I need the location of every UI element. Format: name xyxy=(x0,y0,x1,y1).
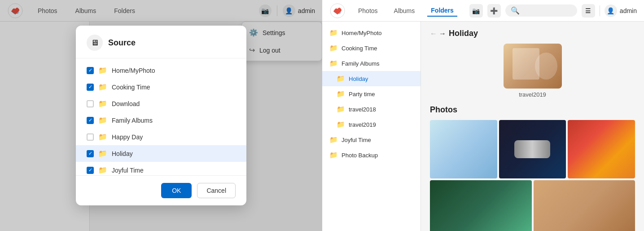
dialog-item-label: Joyful Time xyxy=(112,167,144,174)
cancel-button[interactable]: Cancel xyxy=(197,183,236,198)
folder-thumbnail xyxy=(504,44,562,89)
folder-label: Party time xyxy=(349,91,375,98)
search-input[interactable] xyxy=(522,7,572,14)
photo-cell-1[interactable] xyxy=(430,120,497,178)
dialog-list-item[interactable]: 📁Family Albums xyxy=(76,112,246,129)
dialog-checkbox[interactable] xyxy=(87,167,94,174)
admin-label-right: admin xyxy=(620,7,637,14)
folder-icon: 📁 xyxy=(329,59,338,67)
folder-label: Joyful Time xyxy=(342,137,371,143)
sidebar-folder-item[interactable]: 📁Family Albums xyxy=(322,56,421,71)
right-topbar-right: 📷 ➕ 🔍 ☰ 👤 admin xyxy=(469,4,637,18)
dialog-item-label: Family Albums xyxy=(112,117,153,124)
dialog-overlay: 🖥 Source 📁Home/MyPhoto📁Cooking Time📁Down… xyxy=(0,0,322,231)
folder-icon: 📁 xyxy=(329,151,338,159)
dialog-checkbox[interactable] xyxy=(87,133,94,141)
main-content: ← → Holiday travel2019 Photos xyxy=(421,22,644,231)
dialog-item-label: Home/MyPhoto xyxy=(112,67,155,74)
folder-icon: 📁 xyxy=(98,99,107,108)
folder-icon: 📁 xyxy=(98,166,107,174)
folder-icon: 📁 xyxy=(329,44,338,52)
dialog-checkbox[interactable] xyxy=(87,67,94,74)
admin-button-right[interactable]: 👤 admin xyxy=(605,4,637,17)
dialog-list-item[interactable]: 📁Holiday xyxy=(76,145,246,162)
search-icon: 🔍 xyxy=(511,6,520,15)
folder-icon: 📁 xyxy=(337,75,345,83)
divider-right xyxy=(600,5,600,16)
folder-icon: 📁 xyxy=(98,66,107,75)
right-content: 📁Home/MyPhoto📁Cooking Time📁Family Albums… xyxy=(322,22,644,231)
folder-icon: 📁 xyxy=(329,136,338,144)
sidebar-folder-item[interactable]: 📁Party time xyxy=(322,86,421,102)
folder-icon: 📁 xyxy=(98,116,107,124)
dialog-item-label: Holiday xyxy=(112,150,133,157)
right-topbar: Photos Albums Folders 📷 ➕ 🔍 ☰ 👤 admin xyxy=(322,0,644,22)
dialog-list-item[interactable]: 📁Cooking Time xyxy=(76,79,246,95)
photo-cell-2[interactable] xyxy=(499,120,566,178)
dialog-title: Source xyxy=(108,38,136,48)
dialog-list-item[interactable]: 📁Joyful Time xyxy=(76,162,246,175)
dialog-list-item[interactable]: 📁Home/MyPhoto xyxy=(76,62,246,79)
dialog-footer: OK Cancel xyxy=(76,175,246,205)
folder-icon: 📁 xyxy=(337,90,345,98)
app-logo-right xyxy=(329,3,346,19)
search-box[interactable]: 🔍 xyxy=(505,4,577,17)
dialog-header-icon: 🖥 xyxy=(87,35,103,51)
folder-label: Holiday xyxy=(349,76,368,82)
photo-cell-4[interactable] xyxy=(430,180,532,231)
nav-folders-right[interactable]: Folders xyxy=(427,5,457,17)
sidebar-folder-item[interactable]: 📁travel2019 xyxy=(322,117,421,132)
dialog-checkbox[interactable] xyxy=(87,84,94,91)
folder-icon: 📁 xyxy=(337,105,345,113)
menu-icon[interactable]: ☰ xyxy=(582,4,595,18)
dialog-item-label: Happy Day xyxy=(112,133,143,141)
source-dialog: 🖥 Source 📁Home/MyPhoto📁Cooking Time📁Down… xyxy=(76,26,246,205)
page-title: Holiday xyxy=(449,29,478,38)
sidebar-folder-item[interactable]: 📁Home/MyPhoto xyxy=(322,25,421,40)
breadcrumb-nav: ← → xyxy=(430,30,446,38)
nav-photos-right[interactable]: Photos xyxy=(355,5,381,16)
photos-title: Photos xyxy=(430,105,635,115)
sidebar-folder-item[interactable]: 📁Joyful Time xyxy=(322,132,421,147)
sidebar-folder-item[interactable]: 📁Photo Backup xyxy=(322,147,421,163)
dialog-list-item[interactable]: 📁Happy Day xyxy=(76,129,246,145)
dialog-checkbox[interactable] xyxy=(87,117,94,124)
folder-label: Family Albums xyxy=(342,60,380,67)
folder-label: travel2018 xyxy=(349,106,376,113)
photo-row2 xyxy=(430,180,635,231)
folder-label: Home/MyPhoto xyxy=(342,30,382,36)
dialog-item-label: Cooking Time xyxy=(112,84,150,91)
folder-icon: 📁 xyxy=(329,29,338,37)
dialog-checkbox[interactable] xyxy=(87,100,94,107)
sidebar-folder-item[interactable]: 📁travel2018 xyxy=(322,102,421,117)
right-panel: Photos Albums Folders 📷 ➕ 🔍 ☰ 👤 admin 📁H… xyxy=(322,0,644,231)
ok-button[interactable]: OK xyxy=(161,183,192,198)
forward-arrow[interactable]: → xyxy=(439,30,446,38)
camera-icon-right[interactable]: 📷 xyxy=(469,4,483,18)
user-avatar-right: 👤 xyxy=(605,4,617,17)
sidebar-folder-item[interactable]: 📁Cooking Time xyxy=(322,40,421,56)
dialog-item-label: Download xyxy=(112,100,140,107)
folder-label: travel2019 xyxy=(519,91,546,98)
folder-icon: 📁 xyxy=(98,83,107,91)
sidebar-folder-item[interactable]: 📁Holiday xyxy=(322,71,421,86)
photo-cell-3[interactable] xyxy=(568,120,635,178)
back-arrow[interactable]: ← xyxy=(430,30,437,38)
folder-label: Photo Backup xyxy=(342,152,378,159)
dialog-list-item[interactable]: 📁Download xyxy=(76,95,246,112)
folder-icon: 📁 xyxy=(98,149,107,158)
photos-grid xyxy=(430,120,635,178)
photos-section: Photos xyxy=(430,105,635,231)
dialog-checkbox[interactable] xyxy=(87,150,94,157)
folder-label: Cooking Time xyxy=(342,45,377,52)
nav-albums-right[interactable]: Albums xyxy=(390,5,419,16)
left-panel: Photos Albums Folders 📷 👤 admin ⚙️ Setti… xyxy=(0,0,322,231)
folder-preview: travel2019 xyxy=(430,44,635,98)
dialog-header: 🖥 Source xyxy=(76,26,246,58)
upload-icon[interactable]: ➕ xyxy=(487,4,501,18)
folder-sidebar: 📁Home/MyPhoto📁Cooking Time📁Family Albums… xyxy=(322,22,421,231)
folder-label: travel2019 xyxy=(349,121,376,128)
folder-icon: 📁 xyxy=(98,133,107,141)
photo-cell-5[interactable] xyxy=(534,180,635,231)
breadcrumb: ← → Holiday xyxy=(430,29,635,38)
